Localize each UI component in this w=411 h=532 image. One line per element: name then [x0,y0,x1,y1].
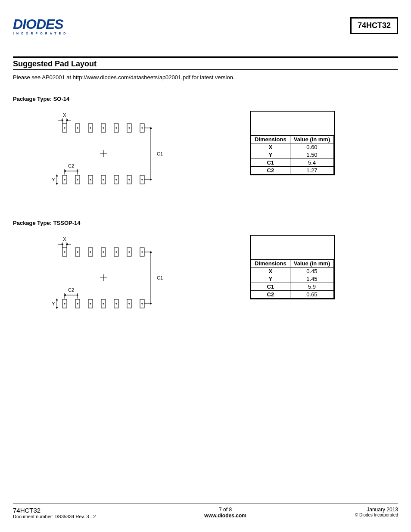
footer-center: 7 of 8 www.diodes.com [204,507,246,519]
footer-url: www.diodes.com [204,513,246,519]
table-header: Dimensions [251,136,290,143]
footer-part-number: 74HCT32 [13,507,96,514]
footer-right: January 2013 © Diodes Incorporated [355,507,398,517]
dim-label-y: Y [52,301,55,306]
package-label: Package Type: SO-14 [13,96,398,102]
divider [13,504,398,504]
dim-label-c2: C2 [68,163,74,168]
intro-text: Please see AP02001 at http://www.diodes.… [13,74,398,81]
section-title: Suggested Pad Layout [13,59,398,68]
package-label: Package Type: TSSOP-14 [13,220,398,226]
footer-date: January 2013 [355,507,398,513]
table-row: C15.9 [251,283,334,291]
table-header: Dimensions [251,260,290,268]
table-row: C15.4 [251,159,334,167]
package-block: X Y C1 C2 Dimensions Value (in mm) X0.45… [13,235,398,318]
pad-diagram-svg: X Y C1 C2 [52,235,164,317]
dim-label-y: Y [52,177,55,182]
footer-copyright: © Diodes Incorporated [355,513,398,517]
package-block: X Y C1 C2 Dimensions Value (in mm) X0.60… [13,111,398,194]
dimensions-table: Dimensions Value (in mm) X0.60 Y1.50 C15… [250,111,335,175]
table-row: C20.65 [251,291,334,299]
divider [13,56,398,58]
logo-text: DIODES [13,17,82,31]
dimensions-table: Dimensions Value (in mm) X0.45 Y1.45 C15… [250,235,335,299]
table-row: Dimensions Value (in mm) [251,136,334,143]
divider [13,69,398,70]
dim-label-c1: C1 [157,275,163,280]
logo-subtext: INCORPORATED [13,32,82,35]
footer-doc-number: Document number: DS35334 Rev. 3 - 2 [13,514,96,519]
table-row: X0.60 [251,143,334,151]
table-header: Value (in mm) [290,136,334,143]
logo: DIODES INCORPORATED [13,17,82,35]
table-row: Y1.50 [251,151,334,159]
footer-left: 74HCT32 Document number: DS35334 Rev. 3 … [13,507,96,519]
table-header: Value (in mm) [290,260,334,268]
footer: 74HCT32 Document number: DS35334 Rev. 3 … [13,504,398,519]
footer-page: 7 of 8 [204,507,246,513]
pad-diagram-svg: X Y C1 C2 [52,111,164,193]
table-row: Y1.45 [251,275,334,283]
table-row: X0.45 [251,268,334,275]
dim-label-x: X [63,236,66,242]
table-row: C21.27 [251,167,334,174]
table-row: Dimensions Value (in mm) [251,260,334,268]
dim-label-c2: C2 [68,287,74,292]
pad-layout-diagram: X Y C1 C2 [52,111,198,194]
pad-layout-diagram: X Y C1 C2 [52,235,198,318]
header: DIODES INCORPORATED 74HCT32 [13,17,398,35]
dim-label-c1: C1 [157,151,163,156]
part-number-box: 74HCT32 [350,17,398,34]
dim-label-x: X [63,112,66,118]
